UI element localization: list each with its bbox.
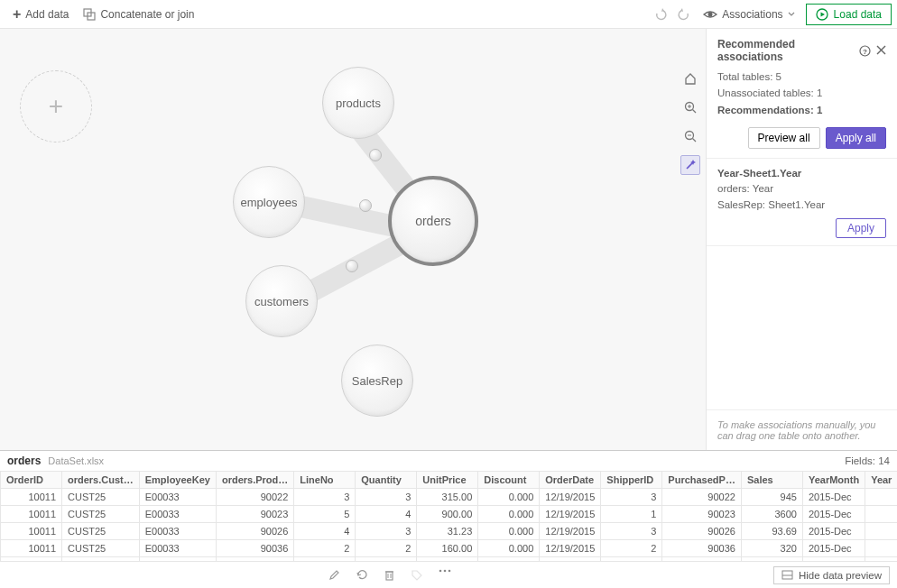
edit-icon[interactable] [328,569,340,581]
plus-icon: + [49,92,63,121]
plus-icon: + [13,7,21,22]
svg-point-22 [448,570,451,573]
topbar: + Add data Concatenate or join Associati… [0,0,897,29]
svg-rect-16 [386,572,393,580]
preview-all-button[interactable]: Preview all [748,127,820,149]
apply-button[interactable]: Apply [836,218,886,238]
svg-point-21 [444,570,447,573]
column-header[interactable]: Quantity [356,472,417,489]
table-bubble-orders[interactable]: orders [388,176,478,266]
zoom-in-icon[interactable] [680,97,700,117]
undo-button[interactable] [649,5,672,24]
fields-count: Fields: 14 [845,455,890,466]
add-table-bubble[interactable]: + [20,70,92,142]
more-icon[interactable] [439,569,451,581]
close-icon[interactable] [876,45,886,57]
svg-line-9 [693,139,697,142]
table-bubble-salesrep[interactable]: SalesRep [341,345,413,417]
column-header[interactable]: Sales [741,472,802,489]
column-header[interactable]: Discount [478,472,540,489]
svg-text:?: ? [863,47,867,55]
column-header[interactable]: LineNo [294,472,356,489]
column-header[interactable]: Year [865,472,897,489]
play-circle-icon [816,8,828,21]
eye-icon [703,9,717,20]
association-canvas[interactable]: + orders products employees customers Sa… [0,29,706,450]
delete-icon[interactable] [384,569,394,581]
column-header[interactable]: YearMonth [802,472,865,489]
associations-dropdown[interactable]: Associations [696,5,801,24]
add-data-button[interactable]: + Add data [5,4,76,25]
column-header[interactable]: PurchasedP… [662,472,742,489]
column-header[interactable]: orders.Cust… [62,472,140,489]
table-row[interactable]: 10011CUST25E000339002233315.000.00012/19… [1,489,898,506]
magic-wand-icon[interactable] [680,155,700,175]
preview-table-name: orders [7,455,41,467]
panel-down-icon [781,570,793,580]
concat-icon [83,8,96,21]
add-data-label: Add data [25,8,69,21]
column-header[interactable]: EmployeeKey [139,472,216,489]
canvas-tools [680,69,700,175]
join-point[interactable] [359,199,372,212]
column-header[interactable]: OrderDate [540,472,601,489]
recommendations-panel: Recommended associations ? Total tables:… [706,29,897,450]
table-row[interactable]: 10011CUST25E000339003622160.000.00012/19… [1,540,898,557]
load-data-button[interactable]: Load data [806,4,892,25]
recommendation-item[interactable]: Year-Sheet1.Year orders: Year SalesRep: … [707,158,897,246]
column-header[interactable]: OrderID [1,472,62,489]
svg-point-20 [439,570,442,573]
tag-icon[interactable] [411,569,422,581]
join-point[interactable] [346,260,358,272]
table-bubble-products[interactable]: products [322,67,394,139]
table-bubble-employees[interactable]: employees [233,166,305,238]
data-preview: orders DataSet.xlsx Fields: 14 OrderIDor… [0,450,897,588]
svg-line-5 [693,110,697,114]
chevron-down-icon [788,12,795,17]
panel-title: Recommended associations [717,38,859,63]
join-point[interactable] [369,149,382,161]
hide-preview-button[interactable]: Hide data preview [773,566,890,584]
help-icon[interactable]: ? [859,45,871,57]
load-data-label: Load data [834,8,882,21]
column-header[interactable]: UnitPrice [417,472,478,489]
apply-all-button[interactable]: Apply all [826,127,886,149]
preview-table: OrderIDorders.Cust…EmployeeKeyorders.Pro… [0,471,897,561]
redo-button[interactable] [672,5,696,24]
concatenate-button[interactable]: Concatenate or join [76,5,201,24]
column-header[interactable]: ShipperID [601,472,662,489]
concat-label: Concatenate or join [100,8,194,21]
associations-label: Associations [722,8,782,21]
zoom-out-icon[interactable] [680,126,700,146]
svg-point-2 [708,12,713,16]
refresh-icon[interactable] [356,569,368,581]
column-header[interactable]: orders.Prod… [216,472,293,489]
table-bubble-customers[interactable]: customers [245,265,318,337]
preview-file-name: DataSet.xlsx [48,455,104,466]
table-row[interactable]: 10011CUST25E00033900264331.230.00012/19/… [1,523,898,540]
home-icon[interactable] [680,69,700,88]
table-row[interactable]: 10011CUST25E000339002354900.000.00012/19… [1,506,898,523]
panel-footer-hint: To make associations manually, you can d… [707,409,897,450]
